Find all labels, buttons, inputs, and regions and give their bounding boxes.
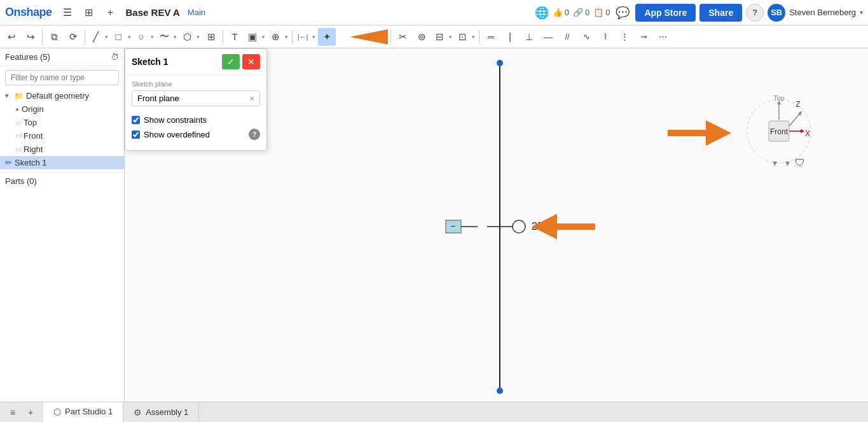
rect-tool[interactable]: □ ▾ (111, 28, 132, 46)
avatar: SB (768, 4, 785, 22)
likes-count: 0 (565, 8, 569, 17)
parts-section: Parts (0) (0, 172, 124, 190)
bottom-tabbar: ≡ + ⬡ Part Studio 1 ⚙ Assembly 1 (0, 402, 868, 422)
user-menu-chevron[interactable]: ▾ (860, 9, 863, 16)
svg-point-3 (497, 60, 503, 66)
horiz-constraint[interactable]: — (539, 28, 557, 46)
equal-constraint[interactable]: ═ (482, 28, 500, 46)
break-tool[interactable]: ✂ (394, 28, 411, 46)
dimension-icon: |←| (295, 28, 310, 46)
user-name: Steven Berneberg (789, 8, 856, 17)
tab-assembly-1[interactable]: ⚙ Assembly 1 (123, 402, 199, 423)
sketch-cancel-button[interactable]: ✕ (242, 54, 260, 69)
pen-tool-active[interactable]: ✦ (318, 28, 336, 46)
sketch-confirm-button[interactable]: ✓ (222, 54, 240, 69)
parallel-constraint[interactable]: // (558, 28, 576, 46)
toolbar-separator-6 (479, 30, 479, 44)
sketch-help-icon[interactable]: ? (249, 129, 260, 140)
history-button[interactable]: ⟳ (64, 28, 82, 46)
tree-label-front: Front (24, 131, 43, 141)
tree-label-right: Right (24, 144, 43, 154)
copy3-tool[interactable]: ⊚ (413, 28, 431, 46)
tree-item-sketch1[interactable]: ✏ Sketch 1 (0, 156, 124, 169)
midpoint-constraint[interactable]: ⌇ (596, 28, 614, 46)
files-button[interactable]: 📋 0 (593, 8, 610, 17)
tree-label-origin: Origin (22, 104, 44, 114)
line-tool[interactable]: ╱ ▾ (88, 28, 109, 46)
extrude-tool-arrow: ▾ (260, 28, 266, 46)
timer-icon[interactable]: ⏱ (111, 52, 119, 62)
links-button[interactable]: 🔗 0 (573, 8, 589, 17)
polygon-tool[interactable]: ⬡ ▾ (179, 28, 201, 46)
tree-label-top: Top (24, 118, 37, 127)
copy-button[interactable]: ⧉ (45, 28, 63, 46)
filter-icon-button[interactable]: ⊞ (80, 4, 98, 22)
dimension-arrow-indicator (532, 211, 595, 243)
line-constraint[interactable]: | (501, 28, 519, 46)
compass-arrow-indicator (668, 117, 731, 149)
arrow-indicator-1 (337, 25, 388, 48)
features-sidebar: Features (5) ⏱ ▾ 📁 Default geometry ● Or… (0, 48, 125, 402)
show-overdefined-checkbox[interactable] (132, 130, 140, 139)
tab-part-studio-1[interactable]: ⬡ Part Studio 1 (43, 402, 123, 423)
coincident-constraint[interactable]: ⋮ (616, 28, 633, 46)
tabbar-settings-button[interactable]: ≡ (5, 405, 20, 420)
mirror-tool[interactable]: ⊟ ▾ (432, 28, 453, 46)
pierce-constraint[interactable]: ⋯ (654, 28, 672, 46)
dimension-tool[interactable]: |←| ▾ (295, 28, 317, 46)
circle-tool[interactable]: ○ ▾ (134, 28, 155, 46)
show-overdefined-row: Show overdefined ? (132, 129, 260, 140)
feature-filter-input[interactable] (5, 70, 119, 85)
toolbar-separator-4 (292, 30, 293, 44)
sketch-panel-buttons: ✓ ✕ (222, 54, 260, 69)
tabbar-add-tab-button[interactable]: + (23, 405, 38, 420)
help-button[interactable]: ? (746, 4, 764, 22)
perp-constraint[interactable]: ⊥ (520, 28, 538, 46)
tangent-constraint[interactable]: ∿ (577, 28, 595, 46)
transform-tool-arrow: ▾ (283, 28, 289, 46)
line-icon: ╱ (88, 28, 103, 46)
plane-top-icon: ▭ (15, 119, 21, 126)
offset-tool[interactable]: ⊞ (202, 28, 220, 46)
mirror-tool-arrow: ▾ (447, 28, 453, 46)
undo-button[interactable]: ↩ (3, 28, 20, 46)
show-overdefined-label: Show overdefined (144, 130, 210, 139)
svg-point-7 (513, 220, 525, 233)
pattern-tool[interactable]: ⊡ ▾ (455, 28, 476, 46)
tree-item-top[interactable]: ▭ Top (0, 116, 124, 129)
tree-item-right[interactable]: ▭ Right (0, 143, 124, 156)
globe-icon[interactable]: 🌐 (535, 6, 549, 20)
extrude-tool[interactable]: ▣ ▾ (245, 28, 266, 46)
sketch-plane-value-row: Front plane × (132, 90, 260, 106)
svg-marker-27 (668, 120, 731, 146)
svg-text:X: X (805, 129, 810, 138)
tree-item-front[interactable]: ▭ Front (0, 129, 124, 143)
3d-compass[interactable]: Front Top Z X ▾ ▾ 🛡 (741, 87, 817, 169)
tree-item-default-geometry[interactable]: ▾ 📁 Default geometry (0, 89, 124, 102)
redo-button[interactable]: ↪ (22, 28, 39, 46)
likes-button[interactable]: 👍 0 (553, 8, 569, 17)
features-title: Features (5) (5, 52, 50, 62)
files-count: 0 (605, 8, 610, 17)
toolbar-separator-3 (223, 30, 223, 44)
onshape-logo[interactable]: Onshape (5, 6, 52, 19)
chat-button[interactable]: 💬 (614, 4, 631, 22)
transform-tool[interactable]: ⊕ ▾ (268, 28, 289, 46)
origin-icon: ● (15, 106, 19, 113)
add-icon-button[interactable]: + (102, 4, 120, 22)
dimension-tool-arrow: ▾ (310, 28, 317, 46)
text-tool[interactable]: T (226, 28, 244, 46)
share-button[interactable]: Share (699, 4, 742, 22)
tree-item-origin[interactable]: ● Origin (0, 102, 124, 116)
spline-tool-arrow: ▾ (172, 28, 178, 46)
show-constraints-checkbox[interactable] (132, 116, 140, 124)
document-title: Base REV A (126, 7, 180, 18)
svg-text:Front: Front (770, 127, 789, 136)
appstore-button[interactable]: App Store (635, 4, 696, 22)
extrude-icon: ▣ (245, 28, 260, 46)
sketch-plane-clear-button[interactable]: × (249, 94, 254, 103)
symmetric-constraint[interactable]: ⊸ (635, 28, 652, 46)
menu-button[interactable]: ☰ (59, 4, 76, 22)
top-navbar: Onshape ☰ ⊞ + Base REV A Main 🌐 👍 0 🔗 0 … (0, 0, 868, 25)
spline-tool[interactable]: 〜 ▾ (156, 28, 178, 46)
